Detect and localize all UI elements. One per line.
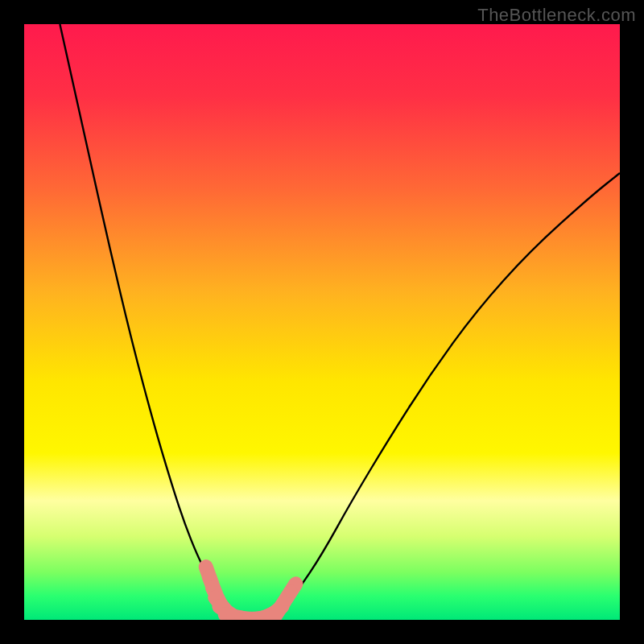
chart-frame: TheBottleneck.com <box>0 0 644 644</box>
bottleneck-curve <box>24 24 620 620</box>
marker-point <box>285 584 298 597</box>
watermark-text: TheBottleneck.com <box>477 5 636 26</box>
plot-area <box>24 24 620 620</box>
